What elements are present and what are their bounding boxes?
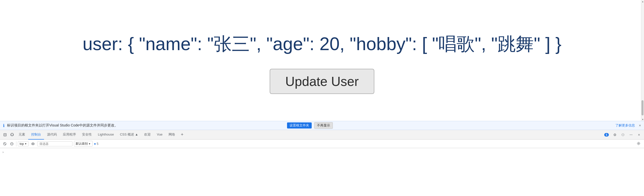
eye-icon[interactable] [30,141,36,147]
svg-point-10 [32,143,33,144]
tab-network[interactable]: 网络 [166,130,178,140]
block-icon[interactable] [9,141,15,147]
main-content: user: { "name": "张三", "age": 20, "hobby"… [0,0,644,121]
device-toolbar-icon[interactable] [9,131,16,138]
tab-css-overview[interactable]: CSS 概述 ▲ [117,130,141,140]
console-expand-icon[interactable]: › [2,150,4,154]
svg-point-9 [31,143,34,145]
log-level-dropdown[interactable]: 默认级别 ▼ [74,141,93,147]
scroll-down-arrow[interactable]: ▼ [641,118,644,121]
more-options-icon[interactable]: ··· [627,131,634,138]
console-content: › [0,148,644,196]
tab-elements[interactable]: 元素 [16,130,28,140]
svg-rect-3 [11,134,11,135]
add-tab-button[interactable]: + [179,131,186,138]
svg-rect-4 [13,134,14,135]
svg-point-11 [638,143,639,144]
info-bar: ℹ 标识项目的根文件夹以打开Visual Studio Code中的源文件并同步… [0,121,644,130]
messages-badge-button[interactable]: 5 [603,133,610,137]
console-toolbar: top ▼ 默认级别 ▼ ● 5 [0,140,644,148]
toolbar-divider-1 [16,141,16,146]
tab-lighthouse[interactable]: Lighthouse [95,130,117,140]
profile-icon[interactable]: ⚇ [619,131,626,138]
user-data-display: user: { "name": "张三", "age": 20, "hobby"… [83,32,561,56]
learn-more-link[interactable]: 了解更多信息 [615,123,635,128]
inspect-element-icon[interactable] [2,131,9,138]
tab-security[interactable]: 安全性 [79,130,95,140]
clear-console-icon[interactable] [2,141,8,147]
console-filter-input[interactable] [37,141,72,146]
messages-count-badge: 5 [604,133,609,137]
settings-icon[interactable]: ⚙ [611,131,618,138]
devtools-tabs-bar: 元素 控制台 源代码 应用程序 安全性 Lighthouse CSS 概述 ▲ … [0,130,644,140]
context-dropdown[interactable]: top ▼ [18,141,29,146]
message-count: ● 5 [94,142,99,146]
info-bar-message: 标识项目的根文件夹以打开Visual Studio Code中的源文件并同步更改… [7,123,285,128]
tab-welcome[interactable]: 欢迎 [141,130,154,140]
console-settings-icon[interactable] [635,141,642,147]
svg-line-6 [4,143,6,145]
scrollbar-thumb[interactable] [641,100,643,115]
level-dropdown-arrow-icon: ▼ [89,143,91,145]
scroll-up-arrow[interactable]: ▲ [641,0,644,3]
dropdown-arrow-icon: ▼ [25,143,27,145]
devtools-tabs-right: 5 ⚙ ⚇ ··· × [603,131,642,138]
tab-application[interactable]: 应用程序 [60,130,79,140]
page-scrollbar[interactable]: ▲ ▼ [641,0,644,121]
tab-console[interactable]: 控制台 [28,130,44,140]
svg-rect-1 [11,133,13,136]
dismiss-button[interactable]: 不再显示 [314,122,333,129]
info-close-button[interactable]: × [639,123,641,127]
tab-sources[interactable]: 源代码 [44,130,60,140]
info-icon: ℹ [3,123,5,128]
set-root-folder-button[interactable]: 设置根文件夹 [287,122,312,128]
svg-rect-2 [12,136,13,136]
tab-vue[interactable]: Vue [154,130,166,140]
update-user-button[interactable]: Update User [270,69,374,94]
close-devtools-icon[interactable]: × [635,131,642,138]
